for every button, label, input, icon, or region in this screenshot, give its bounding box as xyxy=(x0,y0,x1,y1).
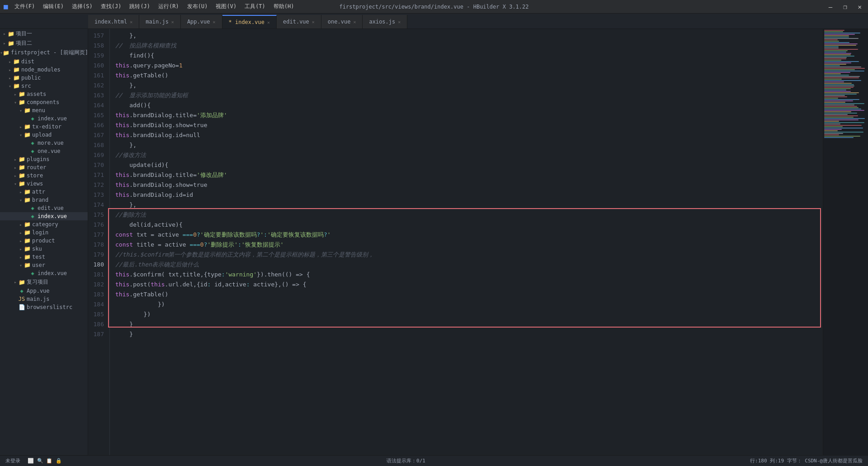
menu-publish[interactable]: 发布(U) xyxy=(184,2,212,11)
tab-close-icon[interactable]: ✕ xyxy=(398,19,401,24)
tab-close-icon[interactable]: ✕ xyxy=(353,19,356,24)
menu-edit[interactable]: 编辑(E) xyxy=(39,2,67,11)
tree-item-label: 项目一 xyxy=(16,30,32,38)
tree-item[interactable]: ▸📁category xyxy=(0,220,88,228)
tree-item[interactable]: ▸📁test xyxy=(0,253,88,261)
minimap-line xyxy=(824,76,860,77)
menu-view[interactable]: 视图(V) xyxy=(212,2,240,11)
tab-axios-js[interactable]: axios.js ✕ xyxy=(363,15,407,29)
tree-item[interactable]: ▾📁user xyxy=(0,261,88,269)
tree-item[interactable]: ◈index.vue xyxy=(0,114,88,123)
tree-item[interactable]: ▾📁components xyxy=(0,98,88,106)
code-line: //修改方法 xyxy=(115,150,823,160)
menu-file[interactable]: 文件(F) xyxy=(11,2,39,11)
menu-help[interactable]: 帮助(H) xyxy=(270,2,298,11)
tab-label: App.vue xyxy=(187,19,210,25)
tree-item[interactable]: ▸📁plugins xyxy=(0,155,88,163)
close-button[interactable]: ✕ xyxy=(855,2,864,11)
minimap-line xyxy=(824,65,840,66)
tree-item[interactable]: ▸📁dist xyxy=(0,57,88,66)
menu-run[interactable]: 运行(R) xyxy=(155,2,183,11)
restore-button[interactable]: ❐ xyxy=(840,2,849,11)
tab-index-html[interactable]: index.html ✕ xyxy=(88,15,139,29)
code-lines[interactable]: }, // 按品牌名模糊查找 find(){ this.query.pageNo… xyxy=(110,29,823,455)
tree-item[interactable]: ▾📁brand xyxy=(0,196,88,204)
folder-icon: 📁 xyxy=(24,197,31,203)
minimap-line xyxy=(824,71,864,71)
tree-item[interactable]: ▸📁node_modules xyxy=(0,66,88,74)
minimap-line xyxy=(824,130,838,131)
line-number: 178 xyxy=(88,240,106,250)
folder-arrow-icon: ▾ xyxy=(7,84,13,89)
cursor-position: 行:180 列:19 字节： CSDN-@唐人街都是苦瓜脸 xyxy=(750,457,863,464)
minimize-button[interactable]: — xyxy=(826,2,835,11)
tree-item[interactable]: ◈edit.vue xyxy=(0,204,88,212)
tree-item[interactable]: ▾📁upload xyxy=(0,131,88,139)
window-title: firstproject/src/views/brand/index.vue -… xyxy=(339,4,528,10)
tab-close-icon[interactable]: ✕ xyxy=(212,19,215,24)
tree-item[interactable]: JSmain.js xyxy=(0,295,88,303)
tab-close-icon[interactable]: ✕ xyxy=(267,20,270,25)
tree-item[interactable]: ◈more.vue xyxy=(0,139,88,147)
tree-item[interactable]: ◈one.vue xyxy=(0,147,88,155)
code-line: this.getTable() xyxy=(115,71,823,81)
line-number: 173 xyxy=(88,190,106,200)
tree-item[interactable]: ▾📁menu xyxy=(0,106,88,114)
tree-item[interactable]: ◈App.vue xyxy=(0,287,88,295)
code-editor[interactable]: 1571581591601611621631641651661671681691… xyxy=(88,29,823,455)
tree-item-label: menu xyxy=(32,107,45,114)
tree-item[interactable]: ◈index.vue xyxy=(0,212,88,220)
tree-item[interactable]: ▸📁sku xyxy=(0,245,88,253)
tab-main-js[interactable]: main.js ✕ xyxy=(139,15,181,29)
tree-item[interactable]: 📄browserslistrc xyxy=(0,303,88,311)
tree-item[interactable]: ▸📁login xyxy=(0,228,88,237)
folder-icon: 📁 xyxy=(24,132,31,138)
tab-index-vue[interactable]: * index.vue ✕ xyxy=(222,15,277,29)
tree-item-label: main.js xyxy=(27,296,50,302)
tree-item[interactable]: ▸📁项目二 xyxy=(0,38,88,48)
tree-item[interactable]: ▾📁src xyxy=(0,82,88,90)
tab-app-vue[interactable]: App.vue ✕ xyxy=(181,15,222,29)
tree-item[interactable]: ▸📁attr xyxy=(0,188,88,196)
minimap-line xyxy=(824,111,851,112)
tree-item[interactable]: ▸📁public xyxy=(0,74,88,82)
folder-icon: 📁 xyxy=(18,99,25,105)
minimap-line xyxy=(824,73,841,74)
menu-jump[interactable]: 跳转(J) xyxy=(126,2,154,11)
tree-item[interactable]: ▸📁store xyxy=(0,171,88,180)
menu-find[interactable]: 查找(J) xyxy=(97,2,125,11)
tree-item-label: 复习项目 xyxy=(27,278,48,286)
tree-item[interactable]: ▸📁router xyxy=(0,163,88,171)
vue-file-icon: ◈ xyxy=(29,213,36,219)
tree-item[interactable]: ▸📁assets xyxy=(0,90,88,98)
minimap-line xyxy=(824,90,846,90)
tab-close-icon[interactable]: ✕ xyxy=(171,19,174,24)
folder-icon: 📁 xyxy=(18,172,25,179)
code-line: find(){ xyxy=(115,51,823,61)
menu-select[interactable]: 选择(S) xyxy=(68,2,96,11)
code-line: }, xyxy=(115,81,823,90)
line-number: 157 xyxy=(88,31,106,41)
tab-close-icon[interactable]: ✕ xyxy=(130,19,132,24)
code-line: // 按品牌名模糊查找 xyxy=(115,41,823,51)
sidebar[interactable]: ▸📁项目一▸📁项目二▾📁firstproject - [前端网页]▸📁dist▸… xyxy=(0,29,88,455)
code-line: } xyxy=(115,329,823,339)
tab-edit-vue[interactable]: edit.vue ✕ xyxy=(277,15,321,29)
tree-item[interactable]: ▸📁tx-editor xyxy=(0,123,88,131)
tab-one-vue[interactable]: one.vue ✕ xyxy=(321,15,363,29)
tree-item[interactable]: ▸📁复习项目 xyxy=(0,277,88,287)
minimap-line xyxy=(824,30,844,31)
tree-item[interactable]: ▸📁项目一 xyxy=(0,29,88,38)
minimap-line xyxy=(824,91,851,92)
folder-icon: 📁 xyxy=(13,75,20,81)
tree-item[interactable]: ▸📁product xyxy=(0,237,88,245)
minimap-line xyxy=(824,33,860,33)
tree-item[interactable]: ◈index.vue xyxy=(0,269,88,277)
vue-file-icon: ◈ xyxy=(29,205,36,211)
menu-tools[interactable]: 工具(T) xyxy=(241,2,269,11)
code-line: const title = active === 0? '删除提示' : '恢复… xyxy=(115,240,823,250)
vue-file-icon: ◈ xyxy=(29,140,36,146)
tree-item[interactable]: ▾📁views xyxy=(0,180,88,188)
tree-item[interactable]: ▾📁firstproject - [前端网页] xyxy=(0,48,88,57)
tab-close-icon[interactable]: ✕ xyxy=(312,19,315,24)
